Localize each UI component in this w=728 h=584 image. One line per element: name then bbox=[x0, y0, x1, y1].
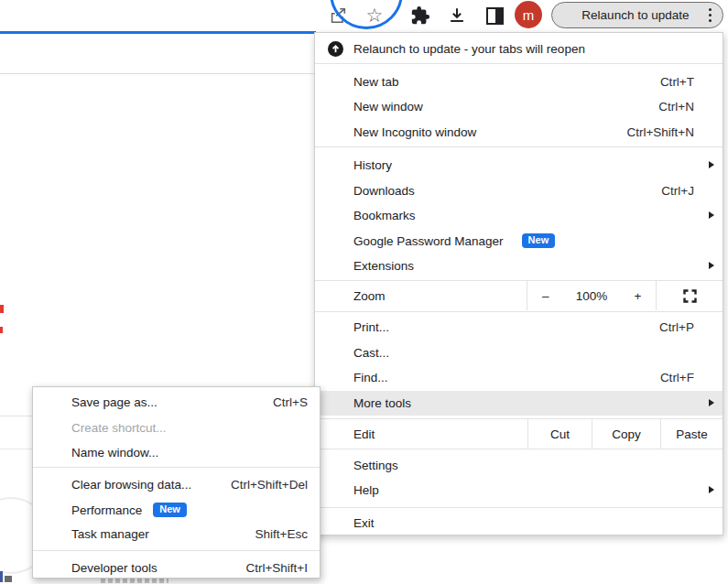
cut-label: Cut bbox=[550, 427, 570, 441]
menu-item-find[interactable]: Find... Ctrl+F bbox=[315, 365, 723, 390]
menu-item-help[interactable]: Help bbox=[315, 478, 723, 503]
menu-separator bbox=[315, 311, 723, 312]
menu-item-more-tools[interactable]: More tools bbox=[315, 391, 723, 416]
menu-item-shortcut: Shift+Esc bbox=[255, 527, 308, 541]
menu-kebab-icon[interactable] bbox=[709, 8, 712, 22]
submenu-arrow-icon bbox=[709, 486, 714, 493]
relaunch-to-update-button[interactable]: Relaunch to update bbox=[551, 2, 723, 28]
menu-separator bbox=[315, 507, 723, 508]
menu-item-label: Edit bbox=[353, 427, 375, 441]
menu-item-new-incognito-window[interactable]: New Incognito window Ctrl+Shift+N bbox=[315, 120, 723, 145]
menu-item-label: Print... bbox=[353, 320, 389, 334]
submenu-arrow-icon bbox=[709, 161, 714, 168]
menu-item-label: Task manager bbox=[71, 527, 149, 541]
clipped-red-text-fragment bbox=[0, 327, 3, 333]
page-divider-line bbox=[0, 73, 315, 74]
menu-item-label: Exit bbox=[353, 516, 375, 530]
menu-item-shortcut: Ctrl+P bbox=[659, 320, 694, 334]
fullscreen-button[interactable] bbox=[656, 281, 723, 310]
downloads-icon[interactable] bbox=[446, 5, 468, 27]
edit-label-cell: Edit bbox=[315, 419, 527, 449]
page-blue-progress-line bbox=[0, 31, 316, 34]
menu-item-label: Clear browsing data... bbox=[71, 478, 191, 492]
submenu-item-save-page-as[interactable]: Save page as... Ctrl+S bbox=[33, 390, 320, 415]
menu-item-print[interactable]: Print... Ctrl+P bbox=[315, 315, 723, 340]
menu-item-label: Cast... bbox=[353, 346, 389, 360]
menu-item-label: New Incognito window bbox=[353, 125, 476, 139]
clipped-corner-fragment bbox=[0, 571, 3, 582]
menu-item-shortcut: Ctrl+Shift+Del bbox=[231, 478, 308, 492]
menu-item-cast[interactable]: Cast... bbox=[315, 341, 723, 365]
menu-item-label: Extensions bbox=[353, 259, 414, 273]
zoom-out-button[interactable]: – bbox=[542, 289, 549, 303]
avatar-letter: m bbox=[523, 7, 535, 23]
menu-item-label: Name window... bbox=[71, 446, 158, 460]
menu-item-label: Create shortcut... bbox=[71, 421, 167, 435]
extensions-puzzle-icon[interactable] bbox=[409, 5, 431, 27]
menu-item-label: Help bbox=[353, 483, 379, 497]
edit-paste-button[interactable]: Paste bbox=[660, 419, 723, 449]
menu-separator bbox=[315, 146, 723, 147]
submenu-item-performance[interactable]: Performance New bbox=[33, 498, 320, 523]
menu-item-label: More tools bbox=[353, 396, 411, 410]
clipped-corner-fragment bbox=[5, 576, 12, 582]
menu-item-shortcut: Ctrl+J bbox=[661, 184, 694, 198]
menu-separator bbox=[33, 550, 320, 551]
menu-item-shortcut: Ctrl+S bbox=[273, 395, 308, 409]
menu-item-label: Bookmarks bbox=[353, 209, 416, 222]
submenu-arrow-icon bbox=[709, 262, 714, 269]
page-divider-line bbox=[0, 449, 32, 449]
page-divider-line bbox=[0, 416, 32, 416]
edit-cut-button[interactable]: Cut bbox=[527, 419, 592, 449]
menu-item-shortcut: Ctrl+F bbox=[660, 371, 694, 384]
submenu-arrow-icon bbox=[709, 399, 714, 406]
menu-item-label: Find... bbox=[353, 371, 388, 384]
menu-item-history[interactable]: History bbox=[315, 153, 723, 178]
menu-item-label: Relaunch to update - your tabs will reop… bbox=[353, 42, 585, 56]
menu-separator bbox=[315, 449, 723, 449]
menu-item-new-window[interactable]: New window Ctrl+N bbox=[315, 94, 723, 119]
zoom-controls: – 100% + bbox=[527, 281, 656, 310]
submenu-arrow-icon bbox=[709, 211, 714, 219]
menu-item-extensions[interactable]: Extensions bbox=[315, 254, 723, 278]
chrome-main-menu: Relaunch to update - your tabs will reop… bbox=[314, 32, 723, 535]
zoom-level-value: 100% bbox=[576, 289, 608, 303]
side-panel-icon[interactable] bbox=[484, 5, 505, 27]
paste-label: Paste bbox=[676, 427, 708, 441]
menu-item-shortcut: Ctrl+Shift+I bbox=[245, 561, 308, 575]
menu-item-exit[interactable]: Exit bbox=[315, 511, 723, 535]
menu-item-google-password-manager[interactable]: Google Password Manager New bbox=[315, 229, 723, 254]
menu-item-label: History bbox=[353, 158, 392, 172]
menu-item-relaunch-banner[interactable]: Relaunch to update - your tabs will reop… bbox=[315, 36, 723, 61]
menu-item-downloads[interactable]: Downloads Ctrl+J bbox=[315, 178, 723, 203]
zoom-in-button[interactable]: + bbox=[634, 289, 641, 303]
more-tools-submenu: Save page as... Ctrl+S Create shortcut..… bbox=[32, 386, 321, 579]
edit-copy-button[interactable]: Copy bbox=[592, 419, 660, 449]
menu-separator bbox=[315, 63, 723, 64]
zoom-label-cell: Zoom bbox=[315, 281, 527, 310]
menu-row-edit: Edit Cut Copy Paste bbox=[315, 419, 723, 449]
submenu-item-clear-browsing-data[interactable]: Clear browsing data... Ctrl+Shift+Del bbox=[33, 472, 320, 497]
menu-item-shortcut: Ctrl+N bbox=[658, 100, 694, 114]
menu-item-label: New window bbox=[353, 100, 423, 114]
submenu-item-developer-tools[interactable]: Developer tools Ctrl+Shift+I bbox=[33, 556, 320, 580]
menu-item-label: Performance bbox=[71, 503, 142, 517]
menu-item-shortcut: Ctrl+Shift+N bbox=[626, 125, 694, 139]
submenu-item-name-window[interactable]: Name window... bbox=[33, 440, 320, 465]
copy-label: Copy bbox=[612, 427, 641, 441]
menu-separator bbox=[33, 467, 320, 468]
submenu-item-task-manager[interactable]: Task manager Shift+Esc bbox=[33, 522, 320, 546]
menu-item-new-tab[interactable]: New tab Ctrl+T bbox=[315, 70, 723, 94]
new-badge: New bbox=[522, 233, 556, 248]
menu-item-shortcut: Ctrl+T bbox=[660, 75, 694, 89]
menu-item-label: Zoom bbox=[353, 289, 386, 303]
submenu-item-create-shortcut: Create shortcut... bbox=[33, 416, 320, 440]
browser-toolbar: ☆ m Relaunch to update bbox=[316, 0, 728, 31]
profile-avatar[interactable]: m bbox=[515, 1, 542, 28]
relaunch-button-label: Relaunch to update bbox=[568, 8, 703, 22]
menu-item-settings[interactable]: Settings bbox=[315, 453, 723, 478]
menu-item-label: New tab bbox=[353, 75, 399, 89]
menu-item-bookmarks[interactable]: Bookmarks bbox=[315, 203, 723, 228]
clipped-red-text-fragment bbox=[0, 305, 4, 313]
menu-row-zoom: Zoom – 100% + bbox=[315, 281, 723, 310]
